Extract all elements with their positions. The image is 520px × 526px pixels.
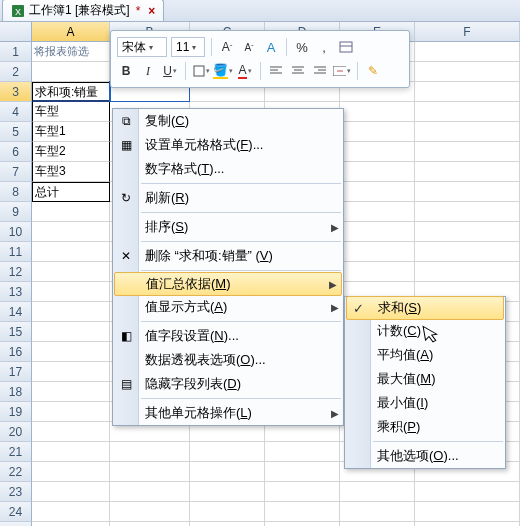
grow-font-button[interactable]: Aˆ <box>218 38 236 56</box>
font-color-button[interactable]: A▾ <box>236 62 254 80</box>
cell-A1[interactable]: 将报表筛选 <box>32 42 110 62</box>
menu-item[interactable]: ✓求和(S) <box>346 296 504 320</box>
cell-A15[interactable] <box>32 322 110 342</box>
menu-item[interactable]: 其他选项(O)... <box>345 444 505 468</box>
menu-item[interactable]: 数字格式(T)... <box>113 157 343 181</box>
row-header[interactable]: 10 <box>0 222 32 242</box>
cell-F7[interactable] <box>415 162 520 182</box>
cell-B22[interactable] <box>110 462 190 482</box>
cell-C21[interactable] <box>190 442 265 462</box>
cell-A8[interactable]: 总计 <box>32 182 110 202</box>
cell-F8[interactable] <box>415 182 520 202</box>
row-header[interactable]: 23 <box>0 482 32 502</box>
align-left-button[interactable] <box>267 62 285 80</box>
row-header[interactable]: 8 <box>0 182 32 202</box>
menu-item[interactable]: 最小值(I) <box>345 391 505 415</box>
cell-A5[interactable]: 车型1 <box>32 122 110 142</box>
cell-C25[interactable] <box>190 522 265 526</box>
cell-D22[interactable] <box>265 462 340 482</box>
cell-E12[interactable] <box>340 262 415 282</box>
cell-A12[interactable] <box>32 262 110 282</box>
cell-A25[interactable] <box>32 522 110 526</box>
cell-D23[interactable] <box>265 482 340 502</box>
cell-A20[interactable] <box>32 422 110 442</box>
cell-F5[interactable] <box>415 122 520 142</box>
cell-F1[interactable] <box>415 42 520 62</box>
cell-F11[interactable] <box>415 242 520 262</box>
cell-E8[interactable] <box>340 182 415 202</box>
cell-A19[interactable] <box>32 402 110 422</box>
merge-button[interactable]: ▾ <box>333 62 351 80</box>
cell-F23[interactable] <box>415 482 520 502</box>
align-center-button[interactable] <box>289 62 307 80</box>
cell-E7[interactable] <box>340 162 415 182</box>
cell-E5[interactable] <box>340 122 415 142</box>
row-header[interactable]: 15 <box>0 322 32 342</box>
cell-F4[interactable] <box>415 102 520 122</box>
cell-E6[interactable] <box>340 142 415 162</box>
row-header[interactable]: 9 <box>0 202 32 222</box>
cell-E4[interactable] <box>340 102 415 122</box>
menu-item[interactable]: 值显示方式(A)▶ <box>113 295 343 319</box>
cell-A10[interactable] <box>32 222 110 242</box>
cell-A23[interactable] <box>32 482 110 502</box>
cell-A22[interactable] <box>32 462 110 482</box>
cell-A16[interactable] <box>32 342 110 362</box>
cell-E11[interactable] <box>340 242 415 262</box>
cell-A17[interactable] <box>32 362 110 382</box>
cell-E25[interactable] <box>340 522 415 526</box>
comma-button[interactable]: , <box>315 38 333 56</box>
font-name-select[interactable]: 宋体▾ <box>117 37 167 57</box>
cell-F9[interactable] <box>415 202 520 222</box>
percent-button[interactable]: % <box>293 38 311 56</box>
row-header[interactable]: 12 <box>0 262 32 282</box>
cell-D24[interactable] <box>265 502 340 522</box>
row-header[interactable]: 24 <box>0 502 32 522</box>
cell-A3[interactable]: 求和项:销量 <box>32 82 110 102</box>
cell-F25[interactable] <box>415 522 520 526</box>
row-header[interactable]: 4 <box>0 102 32 122</box>
row-header[interactable]: 1 <box>0 42 32 62</box>
cell-B24[interactable] <box>110 502 190 522</box>
row-header[interactable]: 25 <box>0 522 32 526</box>
menu-item[interactable]: ▦设置单元格格式(F)... <box>113 133 343 157</box>
row-header[interactable]: 2 <box>0 62 32 82</box>
format-painter-button[interactable]: ✎ <box>364 62 382 80</box>
menu-item[interactable]: 平均值(A) <box>345 343 505 367</box>
menu-item[interactable]: 计数(C) <box>345 319 505 343</box>
cell-E23[interactable] <box>340 482 415 502</box>
cell-A7[interactable]: 车型3 <box>32 162 110 182</box>
border-button[interactable]: ▾ <box>192 62 210 80</box>
row-header[interactable]: 19 <box>0 402 32 422</box>
cell-B25[interactable] <box>110 522 190 526</box>
menu-item[interactable]: 其他单元格操作(L)▶ <box>113 401 343 425</box>
cell-F12[interactable] <box>415 262 520 282</box>
cell-F2[interactable] <box>415 62 520 82</box>
row-header[interactable]: 18 <box>0 382 32 402</box>
workbook-tab[interactable]: X 工作簿1 [兼容模式] * × <box>2 0 164 21</box>
format-menu-button[interactable] <box>337 38 355 56</box>
cell-C22[interactable] <box>190 462 265 482</box>
fill-color-button[interactable]: 🪣▾ <box>214 62 232 80</box>
cell-D25[interactable] <box>265 522 340 526</box>
cell-A14[interactable] <box>32 302 110 322</box>
cell-A21[interactable] <box>32 442 110 462</box>
menu-item[interactable]: ✕删除 “求和项:销量” (V) <box>113 244 343 268</box>
row-header[interactable]: 13 <box>0 282 32 302</box>
cell-A13[interactable] <box>32 282 110 302</box>
menu-item[interactable]: 排序(S)▶ <box>113 215 343 239</box>
column-header-F[interactable]: F <box>415 22 520 42</box>
bold-button[interactable]: B <box>117 62 135 80</box>
select-all-corner[interactable] <box>0 22 32 42</box>
menu-item[interactable]: 乘积(P) <box>345 415 505 439</box>
cell-F6[interactable] <box>415 142 520 162</box>
cell-A2[interactable] <box>32 62 110 82</box>
cell-A9[interactable] <box>32 202 110 222</box>
menu-item[interactable]: ▤隐藏字段列表(D) <box>113 372 343 396</box>
shrink-font-button[interactable]: Aˇ <box>240 38 258 56</box>
column-header-A[interactable]: A <box>32 22 110 42</box>
cell-C23[interactable] <box>190 482 265 502</box>
underline-button[interactable]: U▾ <box>161 62 179 80</box>
row-header[interactable]: 14 <box>0 302 32 322</box>
cell-A11[interactable] <box>32 242 110 262</box>
